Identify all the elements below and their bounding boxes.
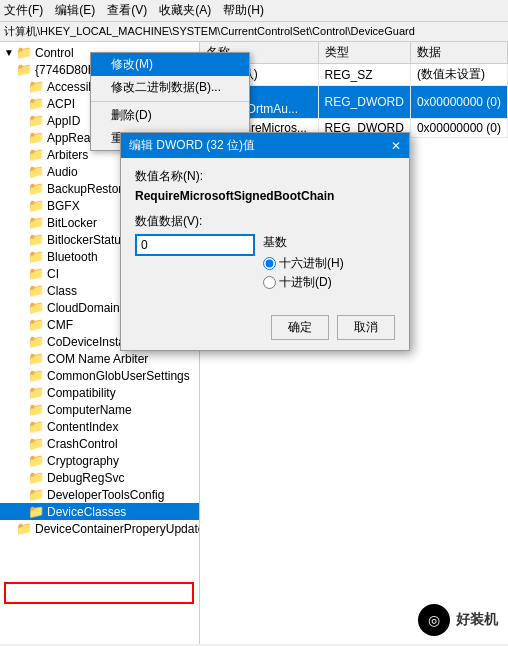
- dialog-close-icon[interactable]: ✕: [391, 139, 401, 153]
- expand-btn[interactable]: [14, 199, 28, 213]
- expand-btn[interactable]: [14, 182, 28, 196]
- ctx-item-modify_binary[interactable]: 修改二进制数据(B)...: [91, 76, 249, 99]
- value-name-label: 数值名称(N):: [135, 168, 395, 185]
- expand-btn[interactable]: [14, 216, 28, 230]
- expand-btn[interactable]: [14, 148, 28, 162]
- expand-btn[interactable]: [14, 301, 28, 315]
- ctx-item-modify[interactable]: 修改(M): [91, 53, 249, 76]
- folder-icon: 📁: [28, 453, 44, 468]
- radio-hex-label[interactable]: 十六进制(H): [263, 255, 344, 272]
- dialog-body: 数值名称(N): RequireMicrosoftSignedBootChain…: [121, 158, 409, 309]
- expand-btn[interactable]: [14, 233, 28, 247]
- tree-item-label: CommonGlobUserSettings: [47, 369, 190, 383]
- tree-item-label: Control: [35, 46, 74, 60]
- tree-item-label: CI: [47, 267, 59, 281]
- radio-dec[interactable]: [263, 276, 276, 289]
- expand-btn[interactable]: [14, 335, 28, 349]
- menu-file[interactable]: 文件(F): [4, 2, 43, 19]
- tree-item-comnamearbiter[interactable]: 📁 COM Name Arbiter: [0, 350, 199, 367]
- expand-btn[interactable]: [14, 97, 28, 111]
- dialog-footer: 确定 取消: [121, 309, 409, 350]
- tree-item-label: DeveloperToolsConfig: [47, 488, 164, 502]
- folder-icon: 📁: [28, 164, 44, 179]
- expand-btn[interactable]: ▼: [2, 46, 16, 60]
- tree-item-label: DeviceClasses: [47, 505, 126, 519]
- col-type: 类型: [318, 42, 410, 64]
- expand-btn[interactable]: [14, 471, 28, 485]
- folder-icon: 📁: [28, 181, 44, 196]
- expand-btn[interactable]: [14, 267, 28, 281]
- folder-icon: 📁: [28, 232, 44, 247]
- folder-icon: 📁: [28, 249, 44, 264]
- folder-icon: 📁: [28, 368, 44, 383]
- tree-item-compatibility[interactable]: 📁 Compatibility: [0, 384, 199, 401]
- folder-icon: 📁: [28, 402, 44, 417]
- expand-btn[interactable]: [14, 437, 28, 451]
- value-data-input[interactable]: [135, 234, 255, 256]
- expand-btn[interactable]: [14, 454, 28, 468]
- expand-btn[interactable]: [14, 369, 28, 383]
- tree-item-commonglobusersettings[interactable]: 📁 CommonGlobUserSettings: [0, 367, 199, 384]
- menu-favorites[interactable]: 收藏夹(A): [159, 2, 211, 19]
- tree-item-label: BitlockerStatus: [47, 233, 127, 247]
- folder-icon: 📁: [28, 130, 44, 145]
- reg-type-cell: REG_DWORD: [318, 86, 410, 119]
- menu-help[interactable]: 帮助(H): [223, 2, 264, 19]
- path-bar: 计算机\HKEY_LOCAL_MACHINE\SYSTEM\CurrentCon…: [0, 22, 508, 42]
- expand-btn[interactable]: [2, 522, 16, 536]
- ok-button[interactable]: 确定: [271, 315, 329, 340]
- expand-btn[interactable]: [14, 114, 28, 128]
- expand-btn[interactable]: [14, 505, 28, 519]
- tree-item-devicecontainer[interactable]: 📁 DeviceContainerProperyUpdateEvents: [0, 520, 199, 537]
- radio-hex-text: 十六进制(H): [279, 255, 344, 272]
- folder-icon: 📁: [16, 521, 32, 536]
- folder-icon: 📁: [28, 215, 44, 230]
- tree-item-deviceclasses[interactable]: 📁 DeviceClasses: [0, 503, 199, 520]
- expand-btn[interactable]: [14, 403, 28, 417]
- expand-btn[interactable]: [14, 250, 28, 264]
- radio-dec-text: 十进制(D): [279, 274, 332, 291]
- reg-data-cell: 0x00000000 (0): [410, 86, 507, 119]
- tree-item-debugregsvc[interactable]: 📁 DebugRegSvc: [0, 469, 199, 486]
- watermark-text: 好装机: [456, 611, 498, 629]
- folder-icon: 📁: [28, 147, 44, 162]
- expand-btn[interactable]: [14, 488, 28, 502]
- folder-icon: 📁: [28, 317, 44, 332]
- menu-bar: 文件(F) 编辑(E) 查看(V) 收藏夹(A) 帮助(H): [0, 0, 508, 22]
- base-group: 基数 十六进制(H) 十进制(D): [263, 234, 344, 291]
- tree-item-label: ContentIndex: [47, 420, 118, 434]
- radio-hex[interactable]: [263, 257, 276, 270]
- expand-btn[interactable]: [14, 318, 28, 332]
- expand-btn[interactable]: [14, 420, 28, 434]
- folder-icon: 📁: [28, 487, 44, 502]
- tree-item-contentindex[interactable]: 📁 ContentIndex: [0, 418, 199, 435]
- folder-icon: 📁: [28, 504, 44, 519]
- menu-edit[interactable]: 编辑(E): [55, 2, 95, 19]
- tree-item-label: AppID: [47, 114, 80, 128]
- expand-btn[interactable]: [14, 165, 28, 179]
- radio-dec-label[interactable]: 十进制(D): [263, 274, 344, 291]
- expand-btn[interactable]: [14, 131, 28, 145]
- tree-item-label: COM Name Arbiter: [47, 352, 148, 366]
- tree-item-computername[interactable]: 📁 ComputerName: [0, 401, 199, 418]
- tree-item-developertools[interactable]: 📁 DeveloperToolsConfig: [0, 486, 199, 503]
- tree-item-cryptography[interactable]: 📁 Cryptography: [0, 452, 199, 469]
- expand-btn[interactable]: [14, 80, 28, 94]
- reg-type-cell: REG_SZ: [318, 64, 410, 86]
- edit-dword-dialog: 编辑 DWORD (32 位)值 ✕ 数值名称(N): RequireMicro…: [120, 132, 410, 351]
- folder-icon: 📁: [28, 470, 44, 485]
- base-label: 基数: [263, 234, 344, 251]
- folder-icon: 📁: [28, 385, 44, 400]
- folder-icon: 📁: [16, 45, 32, 60]
- expand-btn[interactable]: [14, 386, 28, 400]
- expand-btn[interactable]: [2, 63, 16, 77]
- expand-btn[interactable]: [14, 352, 28, 366]
- ctx-item-delete[interactable]: 删除(D): [91, 104, 249, 127]
- tree-item-crashcontrol[interactable]: 📁 CrashControl: [0, 435, 199, 452]
- menu-view[interactable]: 查看(V): [107, 2, 147, 19]
- tree-item-label: BGFX: [47, 199, 80, 213]
- expand-btn[interactable]: [14, 284, 28, 298]
- folder-icon: 📁: [16, 62, 32, 77]
- reg-data-cell: 0x00000000 (0): [410, 119, 507, 138]
- cancel-button[interactable]: 取消: [337, 315, 395, 340]
